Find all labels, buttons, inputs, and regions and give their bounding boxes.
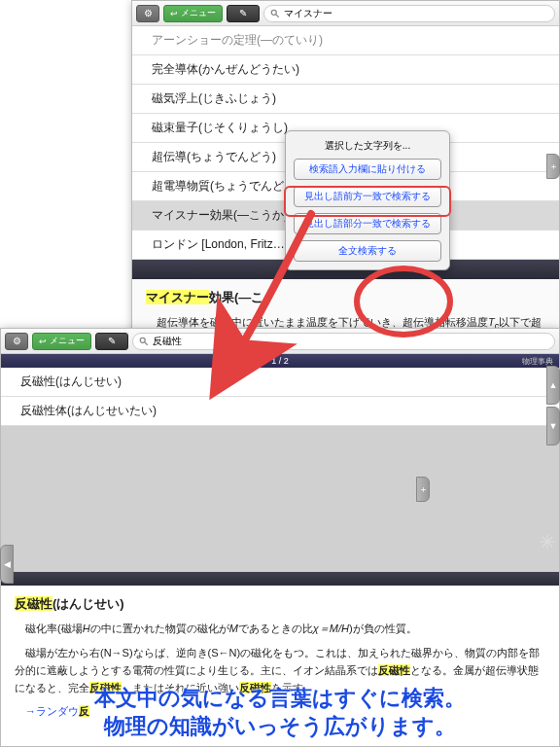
- page-down-tab[interactable]: ▼: [546, 407, 560, 445]
- search-box-back[interactable]: [263, 5, 555, 22]
- svg-line-1: [275, 14, 278, 17]
- pen-icon: ✎: [239, 8, 247, 18]
- headword: 反磁性: [15, 596, 52, 611]
- menu-button[interactable]: ↩︎ メニュー: [163, 5, 223, 22]
- page-left-tab[interactable]: ◀: [0, 545, 14, 584]
- promo-caption: 本文中の気になる言葉はすぐに検索。 物理の知識がいっそう広がります。: [0, 684, 560, 741]
- empty-area: [1, 426, 559, 572]
- list-item[interactable]: 磁気浮上(じきふじょう): [132, 85, 559, 114]
- plus-tab[interactable]: ＋: [416, 477, 430, 502]
- popup-partial-search-button[interactable]: 見出し語部分一致で検索する: [294, 213, 441, 234]
- pen-button[interactable]: ✎: [227, 5, 260, 22]
- list-item[interactable]: 反磁性体(はんじせいたい): [1, 397, 559, 426]
- settings-button[interactable]: ⚙: [5, 333, 28, 350]
- list-item[interactable]: アーンショーの定理(―のていり): [132, 26, 559, 55]
- plus-tab[interactable]: ＋: [546, 154, 560, 179]
- search-box-front[interactable]: [132, 333, 555, 350]
- selection-popup: 選択した文字列を... 検索語入力欄に貼り付ける 見出し語前方一致で検索する 見…: [285, 130, 450, 270]
- search-icon: [139, 337, 149, 346]
- result-count: 1 / 2: [271, 356, 289, 366]
- toolbar-front: ⚙ ↩︎ メニュー ✎: [1, 329, 559, 354]
- headword: マイスナー: [146, 290, 209, 304]
- search-input-back[interactable]: [284, 8, 548, 18]
- search-input-front[interactable]: [153, 336, 548, 346]
- settings-button[interactable]: ⚙: [136, 5, 159, 22]
- dictionary-name: 物理事典: [522, 356, 553, 367]
- list-item[interactable]: 反磁性(はんじせい): [1, 368, 559, 397]
- gear-icon: ⚙: [144, 8, 153, 18]
- svg-point-0: [271, 10, 276, 15]
- popup-prefix-search-button[interactable]: 見出し語前方一致で検索する: [294, 186, 441, 207]
- search-icon: [270, 9, 280, 18]
- popup-fulltext-search-button[interactable]: 全文検索する: [294, 240, 441, 262]
- pen-button[interactable]: ✎: [95, 333, 128, 350]
- separator-bar: [1, 572, 559, 586]
- popup-title: 選択した文字列を...: [294, 139, 441, 153]
- svg-point-2: [140, 338, 145, 342]
- article-paragraph: 磁化率(磁場Hの中に置かれた物質の磁化がMであるときの比χ＝M/H)が負の性質。: [15, 620, 545, 637]
- gear-icon: ⚙: [13, 336, 21, 346]
- toolbar-back: ⚙ ↩︎ メニュー ✎: [132, 1, 559, 26]
- svg-line-3: [144, 341, 147, 344]
- popup-paste-button[interactable]: 検索語入力欄に貼り付ける: [294, 159, 441, 180]
- list-item[interactable]: 完全導体(かんぜんどうたい): [132, 55, 559, 85]
- pen-icon: ✎: [108, 336, 116, 346]
- result-count-bar: 1 / 2 物理事典: [1, 354, 559, 368]
- snowflake-icon: [539, 533, 556, 551]
- menu-button[interactable]: ↩︎ メニュー: [32, 333, 91, 350]
- page-up-tab[interactable]: ▲: [546, 366, 560, 405]
- result-list-front: 反磁性(はんじせい) 反磁性体(はんじせいたい): [1, 368, 559, 426]
